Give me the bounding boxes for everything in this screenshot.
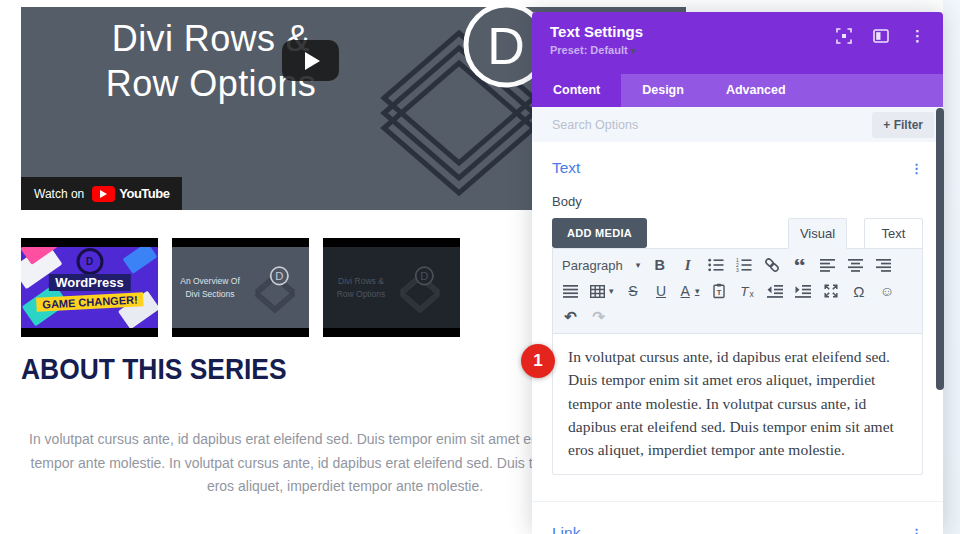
emoticon-button[interactable]: ☺ — [878, 283, 895, 299]
strikethrough-button[interactable]: S — [625, 283, 642, 299]
divi-ring-icon: D — [76, 248, 103, 275]
text-section-kebab-icon[interactable]: ⋮ — [910, 161, 923, 176]
panel-content: Text ⋮ Body ADD MEDIA Visual Text Paragr… — [532, 142, 943, 534]
editor-content[interactable]: In volutpat cursus ante, id dapibus erat… — [552, 334, 923, 475]
video-play-button[interactable] — [282, 40, 339, 81]
align-left-button[interactable] — [819, 257, 836, 273]
add-media-button[interactable]: ADD MEDIA — [552, 218, 647, 248]
clear-formatting-button[interactable]: Tx — [738, 283, 755, 299]
preset-selector[interactable]: Preset: Default ▾ — [550, 44, 643, 56]
italic-button[interactable]: I — [679, 257, 696, 273]
video-thumbnail-wordpress[interactable]: D WordPress GAME CHANGER! — [21, 238, 158, 337]
undo-button[interactable]: ↶ — [562, 309, 579, 325]
svg-text:T: T — [717, 288, 722, 297]
editor-toolbar: Paragraph ▾ B I 1 2 — [552, 248, 923, 334]
paste-as-text-button[interactable]: T — [710, 283, 727, 299]
bold-button[interactable]: B — [651, 257, 668, 273]
divi-logo-small: D — [249, 263, 301, 313]
tab-design[interactable]: Design — [621, 74, 705, 107]
align-right-button[interactable] — [875, 257, 892, 273]
editor-tab-text[interactable]: Text — [864, 218, 923, 249]
outdent-button[interactable] — [766, 283, 783, 299]
fullscreen-button[interactable] — [822, 283, 839, 299]
thumbnail-title: An Overview Of Divi Sections — [180, 275, 240, 301]
blockquote-button[interactable]: “ — [791, 259, 808, 272]
justify-button[interactable] — [562, 283, 579, 299]
panel-layout-icon[interactable] — [873, 28, 889, 47]
chevron-down-icon: ▾ — [695, 286, 700, 296]
panel-tab-bar: Content Design Advanced — [532, 74, 943, 107]
thumbnail-title: WordPress — [48, 274, 130, 291]
chevron-down-icon: ▾ — [636, 260, 641, 270]
svg-text:D: D — [275, 269, 283, 281]
divi-logo-small: D — [394, 263, 446, 313]
youtube-logo-icon — [92, 186, 115, 202]
svg-text:3: 3 — [736, 267, 739, 272]
search-row: + Filter — [532, 107, 943, 142]
align-center-button[interactable] — [847, 257, 864, 273]
video-thumbnail-divi-sections[interactable]: An Overview Of Divi Sections D — [172, 238, 309, 337]
chevron-down-icon: ▾ — [631, 46, 636, 56]
special-character-button[interactable]: Ω — [850, 283, 867, 299]
youtube-wordmark: YouTube — [119, 186, 169, 201]
svg-text:D: D — [487, 17, 525, 75]
editor-tab-visual[interactable]: Visual — [788, 218, 847, 249]
underline-button[interactable]: U — [653, 283, 670, 299]
link-button[interactable] — [763, 257, 780, 273]
thumbnail-title: Divi Rows & Row Options — [337, 275, 386, 301]
link-section-title[interactable]: Link — [552, 524, 580, 534]
paragraph-style-dropdown[interactable]: Paragraph ▾ — [562, 257, 640, 273]
about-heading: ABOUT THIS SERIES — [21, 352, 286, 386]
svg-text:D: D — [421, 269, 429, 281]
video-thumbnail-row: D WordPress GAME CHANGER! An Overview Of… — [21, 238, 460, 337]
search-options-input[interactable] — [550, 117, 774, 133]
divi-builder-screen: Divi Rows & Row Options D Watch on YouTu… — [0, 0, 960, 534]
redo-button[interactable]: ↷ — [590, 309, 607, 325]
tab-content[interactable]: Content — [532, 74, 621, 107]
collage-shape — [123, 247, 158, 274]
panel-title: Text Settings — [550, 23, 643, 40]
page-background-strip — [943, 0, 960, 534]
play-icon — [305, 52, 320, 70]
bullet-list-button[interactable] — [707, 257, 724, 273]
annotation-badge-1: 1 — [521, 344, 555, 378]
kebab-menu-icon[interactable]: ⋮ — [910, 28, 925, 44]
chevron-down-icon: ▾ — [609, 286, 614, 296]
panel-scrollbar[interactable] — [936, 108, 944, 390]
link-section-kebab-icon[interactable]: ⋮ — [910, 526, 923, 534]
filter-button[interactable]: + Filter — [872, 112, 934, 138]
numbered-list-button[interactable]: 1 2 3 — [735, 257, 752, 273]
text-section-title[interactable]: Text — [552, 159, 580, 177]
focus-mode-icon[interactable] — [836, 28, 852, 47]
panel-header: Text Settings Preset: Default ▾ — [532, 12, 943, 74]
table-button[interactable]: ▾ — [590, 283, 614, 299]
indent-button[interactable] — [794, 283, 811, 299]
text-settings-panel: Text Settings Preset: Default ▾ — [532, 12, 943, 534]
video-thumbnail-divi-rows[interactable]: Divi Rows & Row Options D — [323, 238, 460, 337]
body-field-label: Body — [552, 194, 923, 209]
watch-on-youtube-button[interactable]: Watch on YouTube — [21, 177, 182, 210]
watch-on-label: Watch on — [34, 187, 84, 201]
text-color-button[interactable]: A ▾ — [681, 283, 700, 299]
section-divider — [532, 501, 943, 502]
tab-advanced[interactable]: Advanced — [705, 74, 807, 107]
